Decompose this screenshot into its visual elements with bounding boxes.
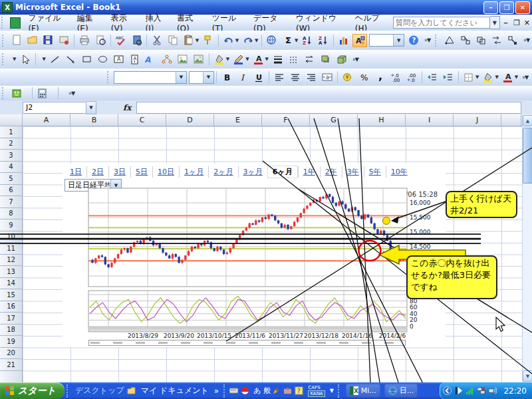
insert-function-button[interactable]: fx [123,103,131,112]
rectangle-icon[interactable] [80,53,94,66]
dropdown-arrow-icon[interactable]: ▼ [495,74,498,80]
toolbar-grip[interactable] [2,87,7,99]
cut-icon[interactable] [150,34,164,47]
taskbar-grip[interactable] [66,384,70,398]
print-icon[interactable] [77,34,92,47]
open-folder-icon[interactable] [25,34,40,47]
restore-button[interactable]: ❐ [499,1,514,14]
range-tab-10年[interactable]: 10年 [386,166,412,178]
print-preview-icon[interactable] [93,34,108,47]
dropdown-arrow-icon[interactable]: ▼ [245,57,249,62]
toolbar-grip[interactable] [107,71,112,83]
clipart-icon[interactable] [176,53,190,66]
formula-input[interactable] [136,102,521,114]
diagram-icon[interactable] [160,53,174,66]
range-tab-10日[interactable]: 10日 [152,166,179,178]
ime-options-icon[interactable]: ▼ [330,388,333,394]
ime-mode[interactable]: 般 [263,386,271,396]
row-header-16[interactable]: 16 [0,301,22,313]
font-color-icon[interactable]: A [251,53,266,66]
close-button[interactable]: ✕ [515,1,530,14]
symbol-select[interactable]: 日足日経平均 ▼ [65,179,122,192]
row-header-19[interactable]: 19 [0,336,22,348]
row-header-17[interactable]: 17 [0,313,22,325]
research-icon[interactable] [130,34,144,47]
toolbar-options-icon[interactable]: »▼ [522,74,528,80]
underline-icon[interactable]: U [251,70,266,84]
flow4-icon[interactable] [489,34,504,47]
row-header-13[interactable]: 13 [0,266,22,278]
row-header-9[interactable]: 9 [0,219,22,231]
drawing-icon[interactable]: A [352,34,367,47]
question-dropdown-icon[interactable]: ▼ [490,16,500,29]
wordart-icon[interactable]: A [144,53,158,66]
toolbar-options-icon[interactable]: »▼ [68,90,74,96]
toolbar-grip[interactable] [2,53,7,65]
spelling-icon[interactable]: ABC [114,34,128,47]
toolbar-grip[interactable] [2,35,7,47]
bold-icon[interactable]: B [219,70,234,84]
copy-icon[interactable] [166,34,180,47]
column-header-G[interactable]: G [310,114,358,126]
minimize-button[interactable]: – [483,1,498,14]
taskbar-grip3[interactable] [338,384,342,398]
row-header-5[interactable]: 5 [0,173,22,185]
doc-close-button[interactable]: ✕ [524,19,530,27]
dropdown-arrow-icon[interactable]: ▼ [13,57,16,62]
range-tab-1年[interactable]: 1年 [298,166,320,178]
align-center-icon[interactable] [288,70,303,84]
column-header-J[interactable]: J [454,114,501,126]
row-header-15[interactable]: 15 [0,289,22,301]
paste-icon[interactable] [182,34,196,47]
hyperlink-icon[interactable] [265,34,279,47]
dropdown-arrow-icon[interactable]: ▼ [235,38,239,43]
column-header-E[interactable]: E [214,114,262,126]
sort-desc-icon[interactable]: ZA [316,34,331,47]
row-header-21[interactable]: 21 [0,359,22,371]
symbol-select-arrow-icon[interactable]: ▼ [110,180,121,191]
row-header-6[interactable]: 6 [0,185,22,197]
hide-tray-icon[interactable] [443,386,452,395]
flow1-icon[interactable] [442,34,457,47]
dropdown-arrow-icon[interactable]: ▼ [42,57,45,62]
row-header-8[interactable]: 8 [0,208,22,220]
name-box-dropdown-icon[interactable]: ▼ [86,101,96,114]
arrow-icon[interactable] [64,53,78,66]
range-tab-2年[interactable]: 2年 [320,166,342,178]
callout-bottom[interactable]: この赤〇内を抜け出せるか?最低3日必要ですね [406,255,497,299]
font-size-select[interactable]: ▼ [189,71,214,84]
ime-tools-icon[interactable] [283,386,292,395]
column-header-C[interactable]: C [118,114,166,126]
ime-help-icon[interactable]: ? [295,386,303,395]
picture-icon[interactable] [192,53,206,66]
ime-ball-icon[interactable] [241,386,249,395]
shadow-icon[interactable] [319,53,333,66]
row-headers[interactable]: 123456789101112131415161718192021 [0,126,23,382]
v-text-box-icon[interactable]: A [128,53,142,66]
row-header-14[interactable]: 14 [0,278,22,290]
ime-hiragana[interactable]: あ [253,386,261,396]
dec-indent-icon[interactable] [425,70,440,84]
range-tab-5日[interactable]: 5日 [130,166,152,178]
quicklaunch-overflow[interactable]: » [214,386,219,396]
task-button-excel[interactable]: X Mi... [346,384,380,398]
inc-decimal-icon[interactable]: .0.00 [388,70,403,84]
help-icon[interactable]: ? [406,34,421,47]
column-header-H[interactable]: H [358,114,406,126]
toolbar-options-icon[interactable]: »▼ [523,37,529,43]
column-headers[interactable]: ABCDEFGHIJ [23,114,522,126]
line-style-icon[interactable] [271,53,285,66]
sort-asc-icon[interactable]: AZ [300,34,315,47]
column-header-I[interactable]: I [406,114,454,126]
range-tab-1日[interactable]: 1日 [65,166,86,178]
scrollbar-thumb[interactable] [523,128,532,184]
row-header-12[interactable]: 12 [0,255,22,267]
ime-brush-icon[interactable] [272,386,281,395]
range-tab-2ヶ月[interactable]: 2ヶ月 [208,166,237,178]
threed-icon[interactable] [334,53,349,66]
comma-icon[interactable]: , [372,70,387,84]
select-arrow-icon[interactable] [18,53,33,66]
start-button[interactable]: スタート [0,382,65,399]
stock-chart[interactable]: 1日2日3日5日10日1ヶ月2ヶ月3ヶ月6ヶ月1年2年3年5年10年 日足日経平… [63,164,446,347]
autosum-icon[interactable]: Σ [281,34,295,47]
